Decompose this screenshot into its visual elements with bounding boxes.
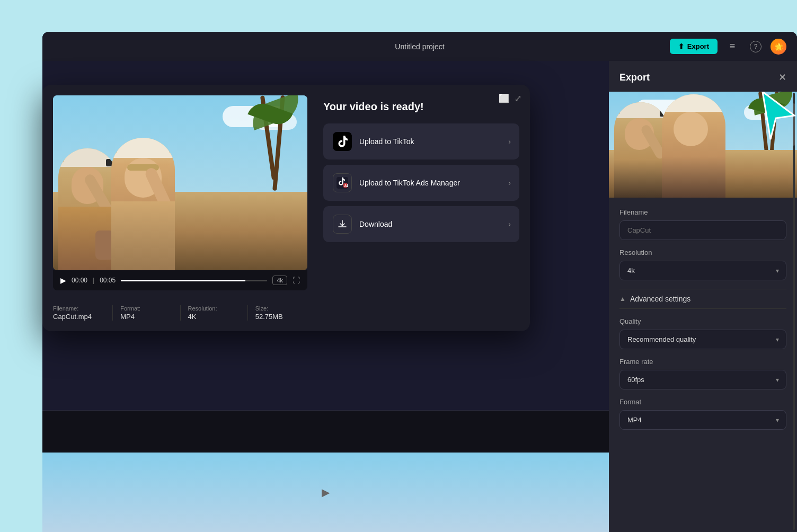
- export-close-button[interactable]: ✕: [778, 72, 786, 83]
- upload-tiktok-label: Upload to TikTok: [359, 137, 414, 146]
- quality-select-wrapper: Recommended quality High quality Medium …: [619, 330, 786, 349]
- size-label: Size:: [255, 305, 307, 312]
- filename-value: CapCut.mp4: [53, 313, 105, 321]
- upload-tiktok-ads-button[interactable]: AD Upload to TikTok Ads Manager ›: [323, 165, 519, 201]
- upload-icon: ⬆: [678, 42, 684, 50]
- subtitle-icon[interactable]: ⬜: [499, 93, 509, 103]
- video-container: ▶ 00:00 | 00:05 4k ⛶ Filename: CapCut.mp…: [53, 95, 307, 321]
- scrollbar-track: [793, 93, 795, 530]
- video-thumbnail: [53, 95, 307, 270]
- action-section: Your video is ready! Upload to TikTok ›: [323, 95, 519, 247]
- current-time: 00:00: [72, 277, 87, 284]
- framerate-select[interactable]: 60fps 30fps 24fps: [619, 370, 786, 389]
- filename-field-label: Filename: [619, 208, 786, 216]
- avatar-icon: 🌟: [774, 42, 783, 51]
- framerate-select-wrapper: 60fps 30fps 24fps ▾: [619, 370, 786, 389]
- filename-info: Filename: CapCut.mp4: [53, 305, 113, 321]
- format-label: Format:: [120, 305, 172, 312]
- fullscreen-icon[interactable]: ⤢: [515, 93, 521, 103]
- project-title: Untitled project: [395, 42, 444, 51]
- export-preview-thumbnail: [609, 92, 797, 198]
- advanced-settings-label: Advanced settings: [630, 295, 690, 303]
- bottom-play-icon[interactable]: ▶: [322, 486, 330, 499]
- video-ready-title: Your video is ready!: [323, 101, 519, 113]
- play-button[interactable]: ▶: [60, 276, 66, 285]
- size-info: Size: 52.75MB: [248, 305, 307, 321]
- filename-input[interactable]: [619, 220, 786, 240]
- main-content: ▶ ⬜ ⤢: [42, 61, 797, 532]
- svg-marker-3: [763, 92, 794, 139]
- fullscreen-button[interactable]: ⛶: [293, 276, 300, 285]
- header-right: ⬆ Export ≡ ? 🌟: [670, 38, 786, 55]
- total-time: 00:05: [100, 277, 116, 284]
- quality-badge: 4k: [272, 276, 287, 285]
- tiktok-ads-arrow-icon: ›: [508, 179, 511, 187]
- upload-tiktok-button[interactable]: Upload to TikTok ›: [323, 123, 519, 159]
- export-button[interactable]: ⬆ Export: [670, 39, 718, 54]
- timeline-area: [42, 410, 609, 453]
- export-panel-title: Export: [619, 72, 650, 83]
- header-bar: Untitled project ⬆ Export ≡ ? 🌟: [42, 32, 797, 61]
- layers-icon-button[interactable]: ≡: [724, 38, 741, 55]
- video-photo: [53, 95, 307, 270]
- time-separator: |: [93, 277, 94, 284]
- resolution-value: 4K: [188, 313, 240, 321]
- help-icon: ?: [750, 41, 761, 52]
- download-icon: [333, 215, 352, 234]
- upload-tiktok-ads-label: Upload to TikTok Ads Manager: [359, 179, 460, 187]
- modal-header-icons: ⬜ ⤢: [499, 93, 521, 103]
- export-panel-header: Export ✕: [609, 61, 797, 92]
- progress-fill: [121, 280, 245, 281]
- resolution-select[interactable]: 4k 1080p 720p: [619, 261, 786, 280]
- quality-select[interactable]: Recommended quality High quality Medium …: [619, 330, 786, 349]
- video-controls: ▶ 00:00 | 00:05 4k ⛶: [53, 270, 307, 290]
- bottom-preview: ▶: [42, 453, 609, 532]
- download-button[interactable]: Download ›: [323, 206, 519, 242]
- progress-bar[interactable]: [121, 280, 267, 281]
- user-avatar[interactable]: 🌟: [771, 39, 786, 55]
- svg-text:AD: AD: [344, 184, 349, 188]
- framerate-field-label: Frame rate: [619, 358, 786, 366]
- format-select[interactable]: MP4 MOV WebM: [619, 410, 786, 430]
- filename-label: Filename:: [53, 305, 105, 312]
- format-info: Format: MP4: [113, 305, 180, 321]
- format-value: MP4: [120, 313, 172, 321]
- quality-field-label: Quality: [619, 317, 786, 325]
- resolution-select-wrapper: 4k 1080p 720p ▾: [619, 261, 786, 280]
- advanced-settings-toggle[interactable]: ▲ Advanced settings: [619, 289, 786, 309]
- resolution-label: Resolution:: [188, 305, 240, 312]
- size-value: 52.75MB: [255, 313, 307, 321]
- format-field-label: Format: [619, 398, 786, 406]
- format-select-wrapper: MP4 MOV WebM ▾: [619, 410, 786, 430]
- download-label: Download: [359, 220, 392, 228]
- export-panel: Export ✕: [609, 61, 797, 532]
- help-icon-button[interactable]: ?: [747, 38, 764, 55]
- export-form: Filename Resolution 4k 1080p 720p ▾ ▲ Ad…: [609, 208, 797, 449]
- layers-icon: ≡: [730, 41, 736, 52]
- file-info: Filename: CapCut.mp4 Format: MP4 Resolut…: [53, 298, 307, 321]
- tiktok-arrow-icon: ›: [508, 137, 511, 146]
- tiktok-icon: [333, 132, 352, 151]
- download-arrow-icon: ›: [508, 220, 511, 228]
- tiktok-ads-icon: AD: [333, 173, 352, 192]
- resolution-info: Resolution: 4K: [181, 305, 248, 321]
- video-ready-modal: ⬜ ⤢: [42, 85, 530, 331]
- toggle-chevron-icon: ▲: [619, 295, 626, 303]
- resolution-field-label: Resolution: [619, 249, 786, 256]
- video-section: ▶ 00:00 | 00:05 4k ⛶ Filename: CapCut.mp…: [53, 95, 519, 321]
- bottom-content: ▶: [42, 453, 609, 532]
